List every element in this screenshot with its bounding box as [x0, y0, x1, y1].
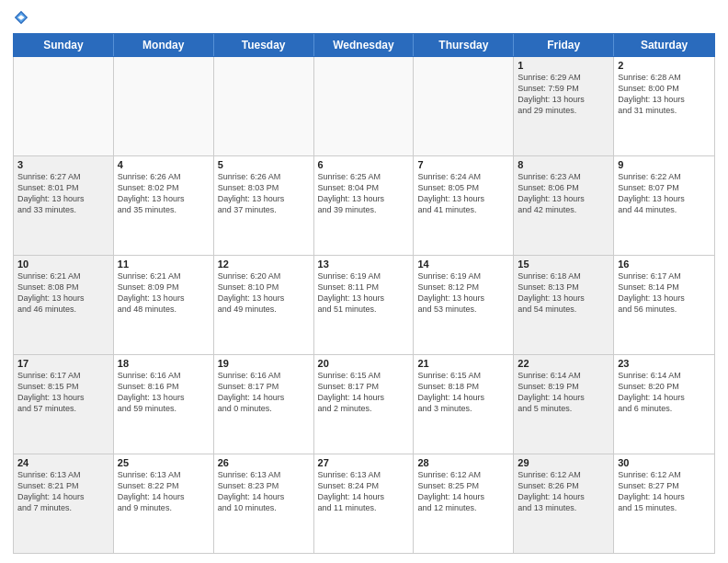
day-number: 23 [618, 358, 711, 369]
day-info: Sunrise: 6:13 AM Sunset: 8:22 PM Dayligh… [118, 469, 210, 514]
day-cell-15: 15Sunrise: 6:18 AM Sunset: 8:13 PM Dayli… [514, 256, 614, 354]
calendar-row-5: 24Sunrise: 6:13 AM Sunset: 8:21 PM Dayli… [14, 454, 714, 553]
header-day-wednesday: Wednesday [314, 34, 415, 56]
calendar-header: SundayMondayTuesdayWednesdayThursdayFrid… [13, 33, 715, 57]
calendar-row-4: 17Sunrise: 6:17 AM Sunset: 8:15 PM Dayli… [14, 355, 714, 454]
day-info: Sunrise: 6:24 AM Sunset: 8:05 PM Dayligh… [417, 171, 509, 216]
day-cell-27: 27Sunrise: 6:13 AM Sunset: 8:24 PM Dayli… [314, 454, 415, 553]
day-number: 13 [318, 259, 410, 270]
day-info: Sunrise: 6:12 AM Sunset: 8:25 PM Dayligh… [417, 469, 509, 514]
day-info: Sunrise: 6:17 AM Sunset: 8:15 PM Dayligh… [17, 370, 109, 415]
day-info: Sunrise: 6:13 AM Sunset: 8:21 PM Dayligh… [17, 469, 109, 514]
calendar-body: 1Sunrise: 6:29 AM Sunset: 7:59 PM Daylig… [13, 57, 715, 554]
day-info: Sunrise: 6:27 AM Sunset: 8:01 PM Dayligh… [17, 171, 109, 216]
day-cell-4: 4Sunrise: 6:26 AM Sunset: 8:02 PM Daylig… [114, 156, 214, 255]
day-number: 7 [417, 159, 509, 170]
day-number: 6 [318, 159, 410, 170]
day-number: 2 [618, 60, 711, 71]
day-number: 17 [17, 358, 109, 369]
day-info: Sunrise: 6:23 AM Sunset: 8:06 PM Dayligh… [518, 171, 609, 216]
day-number: 18 [118, 358, 210, 369]
day-cell-19: 19Sunrise: 6:16 AM Sunset: 8:17 PM Dayli… [214, 355, 314, 454]
day-info: Sunrise: 6:16 AM Sunset: 8:17 PM Dayligh… [218, 370, 310, 415]
day-number: 30 [618, 457, 711, 468]
day-info: Sunrise: 6:13 AM Sunset: 8:23 PM Dayligh… [218, 469, 310, 514]
day-cell-24: 24Sunrise: 6:13 AM Sunset: 8:21 PM Dayli… [14, 454, 114, 553]
logo [13, 9, 31, 26]
header-day-friday: Friday [514, 34, 614, 56]
day-cell-1: 1Sunrise: 6:29 AM Sunset: 7:59 PM Daylig… [514, 57, 614, 155]
day-number: 9 [618, 159, 711, 170]
header-day-thursday: Thursday [414, 34, 514, 56]
day-cell-29: 29Sunrise: 6:12 AM Sunset: 8:26 PM Dayli… [514, 454, 614, 553]
day-cell-13: 13Sunrise: 6:19 AM Sunset: 8:11 PM Dayli… [314, 256, 415, 354]
empty-cell-r0c2 [214, 57, 314, 155]
day-cell-22: 22Sunrise: 6:14 AM Sunset: 8:19 PM Dayli… [514, 355, 614, 454]
day-number: 8 [518, 159, 609, 170]
day-cell-17: 17Sunrise: 6:17 AM Sunset: 8:15 PM Dayli… [14, 355, 114, 454]
day-info: Sunrise: 6:21 AM Sunset: 8:08 PM Dayligh… [17, 270, 109, 316]
day-cell-10: 10Sunrise: 6:21 AM Sunset: 8:08 PM Dayli… [14, 256, 114, 354]
day-number: 1 [518, 60, 609, 71]
day-number: 26 [218, 457, 310, 468]
day-info: Sunrise: 6:20 AM Sunset: 8:10 PM Dayligh… [218, 270, 310, 316]
day-number: 19 [218, 358, 310, 369]
day-cell-14: 14Sunrise: 6:19 AM Sunset: 8:12 PM Dayli… [414, 256, 514, 354]
day-info: Sunrise: 6:19 AM Sunset: 8:11 PM Dayligh… [318, 270, 410, 316]
page-container: SundayMondayTuesdayWednesdayThursdayFrid… [0, 0, 728, 563]
day-info: Sunrise: 6:16 AM Sunset: 8:16 PM Dayligh… [118, 370, 210, 415]
header-day-tuesday: Tuesday [214, 34, 314, 56]
header-day-monday: Monday [114, 34, 214, 56]
day-info: Sunrise: 6:15 AM Sunset: 8:18 PM Dayligh… [417, 370, 509, 415]
day-number: 20 [318, 358, 410, 369]
day-cell-28: 28Sunrise: 6:12 AM Sunset: 8:25 PM Dayli… [414, 454, 514, 553]
header [13, 9, 715, 26]
day-number: 5 [218, 159, 310, 170]
day-info: Sunrise: 6:22 AM Sunset: 8:07 PM Dayligh… [618, 171, 711, 216]
day-number: 24 [17, 457, 109, 468]
calendar-row-2: 3Sunrise: 6:27 AM Sunset: 8:01 PM Daylig… [14, 156, 714, 256]
day-number: 14 [417, 259, 509, 270]
day-cell-21: 21Sunrise: 6:15 AM Sunset: 8:18 PM Dayli… [414, 355, 514, 454]
day-info: Sunrise: 6:28 AM Sunset: 8:00 PM Dayligh… [618, 72, 711, 117]
day-info: Sunrise: 6:12 AM Sunset: 8:26 PM Dayligh… [518, 469, 609, 514]
day-number: 25 [118, 457, 210, 468]
day-info: Sunrise: 6:14 AM Sunset: 8:19 PM Dayligh… [518, 370, 609, 415]
day-info: Sunrise: 6:29 AM Sunset: 7:59 PM Dayligh… [518, 72, 609, 117]
empty-cell-r0c4 [414, 57, 514, 155]
day-number: 29 [518, 457, 609, 468]
day-info: Sunrise: 6:13 AM Sunset: 8:24 PM Dayligh… [318, 469, 410, 514]
day-cell-5: 5Sunrise: 6:26 AM Sunset: 8:03 PM Daylig… [214, 156, 314, 255]
day-cell-6: 6Sunrise: 6:25 AM Sunset: 8:04 PM Daylig… [314, 156, 415, 255]
header-day-saturday: Saturday [614, 34, 714, 56]
day-number: 16 [618, 259, 711, 270]
day-info: Sunrise: 6:19 AM Sunset: 8:12 PM Dayligh… [417, 270, 509, 316]
day-cell-26: 26Sunrise: 6:13 AM Sunset: 8:23 PM Dayli… [214, 454, 314, 553]
day-cell-18: 18Sunrise: 6:16 AM Sunset: 8:16 PM Dayli… [114, 355, 214, 454]
day-cell-25: 25Sunrise: 6:13 AM Sunset: 8:22 PM Dayli… [114, 454, 214, 553]
day-number: 21 [417, 358, 509, 369]
empty-cell-r0c3 [314, 57, 415, 155]
day-cell-9: 9Sunrise: 6:22 AM Sunset: 8:07 PM Daylig… [614, 156, 714, 255]
day-cell-23: 23Sunrise: 6:14 AM Sunset: 8:20 PM Dayli… [614, 355, 714, 454]
day-cell-7: 7Sunrise: 6:24 AM Sunset: 8:05 PM Daylig… [414, 156, 514, 255]
day-info: Sunrise: 6:14 AM Sunset: 8:20 PM Dayligh… [618, 370, 711, 415]
day-info: Sunrise: 6:21 AM Sunset: 8:09 PM Dayligh… [118, 270, 210, 316]
day-info: Sunrise: 6:17 AM Sunset: 8:14 PM Dayligh… [618, 270, 711, 316]
empty-cell-r0c0 [14, 57, 114, 155]
day-cell-8: 8Sunrise: 6:23 AM Sunset: 8:06 PM Daylig… [514, 156, 614, 255]
day-info: Sunrise: 6:18 AM Sunset: 8:13 PM Dayligh… [518, 270, 609, 316]
calendar-row-1: 1Sunrise: 6:29 AM Sunset: 7:59 PM Daylig… [14, 57, 714, 156]
calendar: SundayMondayTuesdayWednesdayThursdayFrid… [13, 33, 715, 554]
day-info: Sunrise: 6:12 AM Sunset: 8:27 PM Dayligh… [618, 469, 711, 514]
day-info: Sunrise: 6:26 AM Sunset: 8:03 PM Dayligh… [218, 171, 310, 216]
calendar-row-3: 10Sunrise: 6:21 AM Sunset: 8:08 PM Dayli… [14, 256, 714, 355]
day-cell-30: 30Sunrise: 6:12 AM Sunset: 8:27 PM Dayli… [614, 454, 714, 553]
day-number: 12 [218, 259, 310, 270]
day-number: 10 [17, 259, 109, 270]
day-info: Sunrise: 6:25 AM Sunset: 8:04 PM Dayligh… [318, 171, 410, 216]
day-cell-20: 20Sunrise: 6:15 AM Sunset: 8:17 PM Dayli… [314, 355, 415, 454]
day-number: 28 [417, 457, 509, 468]
day-number: 15 [518, 259, 609, 270]
day-number: 4 [118, 159, 210, 170]
